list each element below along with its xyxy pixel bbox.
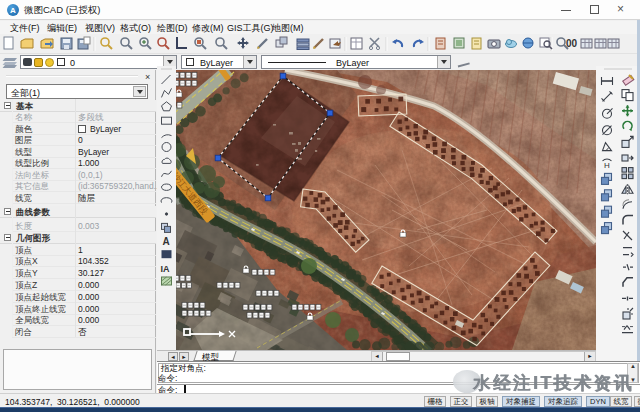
svg-text:A: A bbox=[163, 236, 170, 247]
svg-text:IA: IA bbox=[161, 264, 171, 274]
svg-text:H: H bbox=[604, 161, 610, 170]
svg-text:00: 00 bbox=[566, 38, 578, 49]
